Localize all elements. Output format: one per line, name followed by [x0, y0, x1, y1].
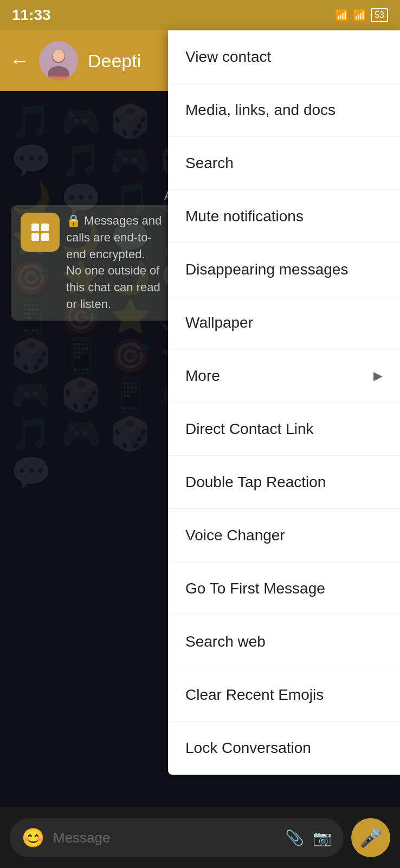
menu-item-view-contact[interactable]: View contact — [168, 30, 400, 84]
message-placeholder[interactable]: Message — [53, 829, 276, 846]
status-time: 11:33 — [12, 7, 51, 24]
message-input-container: 😊 Message 📎 📷 — [10, 818, 344, 857]
menu-label-search-web: Search web — [185, 633, 266, 650]
menu-label-media-links-docs: Media, links, and docs — [185, 101, 336, 119]
menu-label-go-to-first-message: Go To First Message — [185, 580, 325, 597]
menu-label-lock-conversation: Lock Conversation — [185, 739, 311, 757]
emoji-button[interactable]: 😊 — [22, 827, 44, 848]
menu-label-more: More — [185, 367, 220, 385]
menu-item-disappearing-messages[interactable]: Disappearing messages — [168, 243, 400, 296]
menu-item-more[interactable]: More▶ — [168, 349, 400, 403]
menu-item-search-web[interactable]: Search web — [168, 615, 400, 668]
status-icons: 📶 📶 53 — [335, 8, 388, 22]
encryption-notice: 🔒 Messages and calls are end-to-end encr… — [11, 205, 179, 321]
encryption-icon — [21, 213, 60, 252]
svg-rect-4 — [31, 224, 39, 231]
menu-item-mute-notifications[interactable]: Mute notifications — [168, 190, 400, 243]
signal-icon: 📶 — [353, 9, 366, 22]
input-bar: 😊 Message 📎 📷 🎤 — [0, 807, 400, 868]
menu-label-mute-notifications: Mute notifications — [185, 208, 304, 225]
menu-label-disappearing-messages: Disappearing messages — [185, 261, 348, 278]
battery-indicator: 53 — [371, 8, 388, 22]
menu-item-double-tap-reaction[interactable]: Double Tap Reaction — [168, 456, 400, 509]
avatar — [39, 41, 78, 80]
menu-item-lock-conversation[interactable]: Lock Conversation — [168, 722, 400, 775]
menu-label-view-contact: View contact — [185, 48, 271, 66]
encryption-text: 🔒 Messages and calls are end-to-end encr… — [66, 213, 169, 313]
menu-label-direct-contact-link: Direct Contact Link — [185, 420, 314, 438]
menu-label-clear-recent-emojis: Clear Recent Emojis — [185, 686, 324, 704]
svg-rect-6 — [31, 233, 39, 241]
menu-label-voice-changer: Voice Changer — [185, 527, 285, 544]
menu-item-clear-recent-emojis[interactable]: Clear Recent Emojis — [168, 668, 400, 722]
menu-item-wallpaper[interactable]: Wallpaper — [168, 296, 400, 349]
camera-button[interactable]: 📷 — [313, 829, 332, 847]
menu-item-voice-changer[interactable]: Voice Changer — [168, 509, 400, 562]
attachment-button[interactable]: 📎 — [285, 829, 304, 847]
menu-item-go-to-first-message[interactable]: Go To First Message — [168, 562, 400, 615]
menu-label-wallpaper: Wallpaper — [185, 314, 253, 331]
wifi-icon: 📶 — [335, 9, 349, 22]
svg-rect-5 — [41, 224, 49, 231]
menu-arrow-more: ▶ — [373, 369, 383, 383]
menu-label-search: Search — [185, 155, 234, 172]
dropdown-menu: View contactMedia, links, and docsSearch… — [168, 30, 400, 775]
back-button[interactable]: ← — [10, 49, 29, 72]
mic-icon: 🎤 — [359, 827, 382, 848]
status-bar: 11:33 📶 📶 53 — [0, 0, 400, 30]
svg-point-3 — [53, 50, 64, 62]
menu-item-search[interactable]: Search — [168, 137, 400, 190]
menu-item-media-links-docs[interactable]: Media, links, and docs — [168, 84, 400, 137]
menu-item-direct-contact-link[interactable]: Direct Contact Link — [168, 403, 400, 456]
menu-label-double-tap-reaction: Double Tap Reaction — [185, 474, 326, 491]
mic-button[interactable]: 🎤 — [351, 818, 390, 857]
svg-rect-7 — [41, 233, 49, 241]
